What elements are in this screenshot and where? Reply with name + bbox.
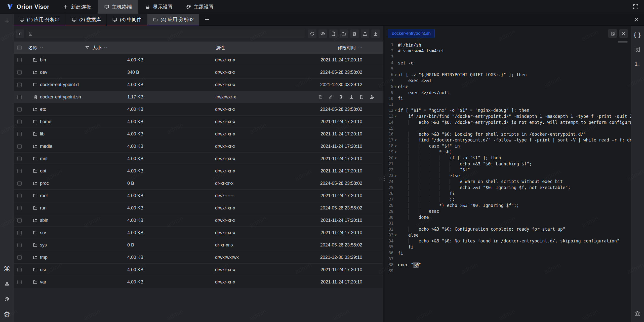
code-editor[interactable]: 1 #!/bin/sh2 # vim:sw=4:ts=4:et3 4 set -… (385, 41, 631, 322)
file-name[interactable]: home (40, 119, 51, 124)
row-checkbox[interactable] (17, 181, 22, 186)
file-name[interactable]: srv (40, 230, 46, 235)
row-checkbox[interactable] (17, 120, 22, 124)
trash-button[interactable] (350, 29, 359, 38)
fold-chevron-icon[interactable]: ∨ (393, 109, 398, 112)
folder-plus-button[interactable] (340, 29, 348, 38)
fold-chevron-icon[interactable]: ∨ (393, 144, 398, 148)
file-name[interactable]: etc (40, 107, 46, 112)
table-row[interactable]: docker-entrypoint.sh1.17 KB-rwxrwxr-x (14, 91, 383, 103)
braces-icon[interactable]: { } (633, 30, 642, 39)
fold-chevron-icon[interactable]: ∨ (393, 233, 398, 237)
row-checkbox[interactable] (17, 255, 22, 260)
panel-splitter[interactable] (383, 26, 385, 322)
nav-item-2[interactable]: 显示设置 (138, 0, 179, 14)
table-row[interactable]: opt4.00 KBdrwxr-xr-x2021-11-24 17:20:10 (14, 165, 383, 177)
file-name[interactable]: sys (40, 242, 47, 248)
file-name[interactable]: root (40, 193, 48, 198)
download-button[interactable] (371, 29, 380, 38)
file-name[interactable]: lib (40, 131, 45, 137)
upload-button[interactable] (361, 29, 369, 38)
table-row[interactable]: home4.00 KBdrwxr-xr-x2021-11-24 17:20:10 (14, 116, 383, 128)
row-checkbox[interactable] (17, 58, 22, 62)
file-cert-icon[interactable] (633, 45, 642, 54)
path-input[interactable] (26, 29, 305, 38)
file-name[interactable]: proc (40, 181, 49, 186)
close-panel-icon[interactable] (629, 14, 644, 25)
file-plus-button[interactable] (329, 29, 338, 38)
save-button[interactable] (608, 29, 617, 38)
fold-chevron-icon[interactable]: ∨ (393, 150, 398, 154)
row-checkbox[interactable] (17, 144, 22, 149)
row-checkbox[interactable] (17, 218, 22, 223)
trash-action-icon[interactable] (338, 94, 344, 100)
stamp-icon[interactable] (3, 280, 11, 288)
row-checkbox[interactable] (17, 243, 22, 247)
table-row[interactable]: lib4.00 KBdrwxr-xr-x2021-11-24 17:20:10 (14, 128, 383, 140)
row-checkbox[interactable] (17, 157, 22, 161)
fold-chevron-icon[interactable]: ∨ (393, 73, 398, 77)
download-action-icon[interactable] (349, 94, 354, 100)
row-checkbox[interactable] (17, 107, 22, 112)
table-row[interactable]: dev340 Bdrwxr-xr-x2024-05-28 23:58:02 (14, 66, 383, 79)
palette-icon[interactable] (3, 295, 11, 303)
add-tab-button[interactable] (200, 14, 214, 25)
column-header-mtime[interactable]: 修改时间 ▲▼ (338, 45, 362, 51)
file-name[interactable]: tmp (40, 255, 48, 260)
terminal-tab-2[interactable]: (2) 数据库 (66, 14, 106, 25)
file-name[interactable]: docker-entrypoint.d (40, 82, 79, 87)
nav-item-3[interactable]: 主题设置 (179, 0, 220, 14)
fold-chevron-icon[interactable]: ∨ (393, 115, 398, 118)
camera-icon[interactable] (633, 309, 642, 318)
terminal-tab-1[interactable]: (1) 应用-分析01 (14, 14, 66, 25)
column-header-size[interactable]: 大小 ▲▼ (92, 45, 108, 51)
table-row[interactable]: var4.00 KBdrwxr-xr-x2021-11-24 17:20:10 (14, 276, 383, 288)
file-name[interactable]: docker-entrypoint.sh (40, 94, 81, 100)
table-row[interactable]: docker-entrypoint.d4.00 KBdrwxr-xr-x2021… (14, 79, 383, 91)
table-row[interactable]: usr4.00 KBdrwxr-xr-x2021-11-24 17:20:10 (14, 264, 383, 276)
close-editor-button[interactable] (619, 29, 628, 38)
select-all-checkbox[interactable] (17, 46, 22, 50)
table-row[interactable]: tmp4.00 KBdrwxrwxrwx2021-12-30 03:29:10 (14, 251, 383, 264)
row-checkbox[interactable] (17, 268, 22, 272)
terminal-tab-3[interactable]: (3) 中间件 (107, 14, 147, 25)
edit-action-icon[interactable] (328, 94, 334, 100)
sort-name-icon[interactable]: ▲▼ (39, 47, 44, 49)
refresh-button[interactable] (308, 29, 316, 38)
row-checkbox[interactable] (17, 194, 22, 198)
new-tab-plus-icon[interactable] (3, 17, 11, 25)
file-name[interactable]: bin (40, 57, 46, 63)
row-checkbox[interactable] (17, 70, 22, 75)
file-name[interactable]: usr (40, 267, 46, 272)
gear-icon[interactable]: ⚙ (3, 310, 11, 318)
sort-size-icon[interactable]: ▲▼ (103, 47, 108, 49)
table-row[interactable]: bin4.00 KBdrwxr-xr-x2021-11-24 17:20:10 (14, 54, 383, 66)
row-checkbox[interactable] (17, 280, 22, 284)
table-row[interactable]: sbin4.00 KBdrwxr-xr-x2021-11-24 17:20:10 (14, 214, 383, 227)
table-row[interactable]: mnt4.00 KBdrwxr-xr-x2021-11-24 17:20:10 (14, 153, 383, 165)
table-row[interactable]: run4.00 KBdrwxr-xr-x2024-05-28 23:58:02 (14, 202, 383, 214)
file-name[interactable]: sbin (40, 218, 48, 223)
horizontal-scrollbar[interactable] (618, 41, 628, 43)
nav-item-1[interactable]: 主机终端 (98, 0, 138, 14)
table-row[interactable]: proc0 Bdr-xr-xr-x2024-05-28 23:58:02 (14, 177, 383, 190)
file-name[interactable]: mnt (40, 156, 48, 161)
row-checkbox[interactable] (17, 95, 22, 99)
move-action-icon[interactable] (359, 94, 365, 100)
terminal-tab-4[interactable]: (4) 应用-分析02 (147, 14, 199, 25)
permissions-action-icon[interactable] (369, 94, 375, 100)
fold-chevron-icon[interactable]: ∨ (393, 174, 398, 177)
table-row[interactable]: sys0 Bdr-xr-xr-x2024-05-28 23:58:02 (14, 239, 383, 251)
fold-chevron-icon[interactable]: ∨ (393, 138, 398, 142)
file-name[interactable]: var (40, 279, 46, 285)
row-checkbox[interactable] (17, 83, 22, 87)
nav-item-0[interactable]: 新建连接 (56, 0, 98, 14)
copy-action-icon[interactable] (318, 94, 323, 100)
editor-file-tag[interactable]: docker-entrypoint.sh (388, 29, 435, 38)
filter-icon[interactable] (85, 46, 90, 50)
row-checkbox[interactable] (17, 169, 22, 173)
eye-button[interactable] (318, 29, 327, 38)
file-name[interactable]: media (40, 144, 52, 149)
table-row[interactable]: media4.00 KBdrwxr-xr-x2021-11-24 17:20:1… (14, 140, 383, 153)
fullscreen-icon[interactable] (631, 3, 640, 11)
